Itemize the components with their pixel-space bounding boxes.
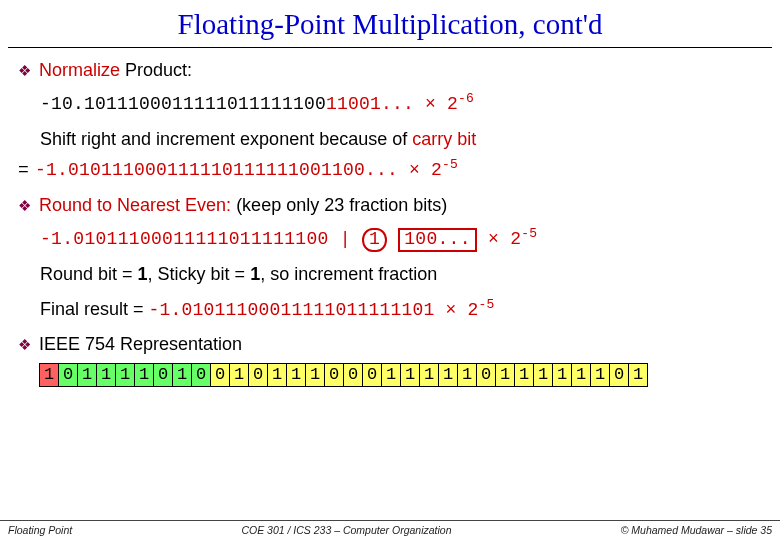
ieee-bit: 1 xyxy=(419,363,439,387)
product-expression-2: = -1.010111000111110111111001100... × 2-… xyxy=(18,155,762,185)
ieee-bit: 1 xyxy=(438,363,458,387)
round-sticky-note: Round bit = 1, Sticky bit = 1, so increm… xyxy=(40,260,762,289)
sticky-bits-box: 100... xyxy=(398,228,477,252)
ieee-bit: 1 xyxy=(172,363,192,387)
ieee-bit: 1 xyxy=(552,363,572,387)
bullet-ieee: ❖ IEEE 754 Representation xyxy=(18,330,762,359)
ieee-bit: 1 xyxy=(628,363,648,387)
rounding-expression: -1.01011100011111011111100 | 1 100... × … xyxy=(40,224,762,254)
shift-note: Shift right and increment exponent becau… xyxy=(40,125,762,154)
ieee-bit: 0 xyxy=(248,363,268,387)
ieee-bit: 1 xyxy=(77,363,97,387)
diamond-icon: ❖ xyxy=(18,59,31,83)
normalize-word: Normalize xyxy=(39,60,125,80)
product-expression-1: -10.101110001111101111110011001... × 2-6 xyxy=(40,89,762,119)
slide-title: Floating-Point Multiplication, cont'd xyxy=(8,0,772,48)
ieee-bit: 1 xyxy=(134,363,154,387)
ieee-bit: 1 xyxy=(381,363,401,387)
ieee-bit: 1 xyxy=(267,363,287,387)
ieee-bit: 0 xyxy=(210,363,230,387)
ieee-bit: 0 xyxy=(476,363,496,387)
ieee-bit: 1 xyxy=(286,363,306,387)
ieee-bit: 1 xyxy=(514,363,534,387)
round-title: Round to Nearest Even: xyxy=(39,195,231,215)
ieee-bit: 1 xyxy=(495,363,515,387)
ieee-bit: 1 xyxy=(115,363,135,387)
ieee-bit: 0 xyxy=(153,363,173,387)
ieee-bit: 0 xyxy=(343,363,363,387)
ieee-bit: 1 xyxy=(229,363,249,387)
ieee-bit: 0 xyxy=(609,363,629,387)
ieee-bit: 1 xyxy=(533,363,553,387)
footer-mid: COE 301 / ICS 233 – Computer Organizatio… xyxy=(241,524,451,536)
ieee-bit: 0 xyxy=(324,363,344,387)
ieee-bit: 0 xyxy=(191,363,211,387)
bullet-round: ❖ Round to Nearest Even: (keep only 23 f… xyxy=(18,191,762,220)
ieee-bit: 1 xyxy=(457,363,477,387)
ieee-bit: 0 xyxy=(362,363,382,387)
slide-footer: Floating Point COE 301 / ICS 233 – Compu… xyxy=(0,520,780,540)
diamond-icon: ❖ xyxy=(18,333,31,357)
final-result: Final result = -1.0101110001111101111110… xyxy=(40,295,762,325)
product-word: Product: xyxy=(125,60,192,80)
round-bit-circle: 1 xyxy=(362,228,387,252)
slide-content: ❖ Normalize Product: -10.101110001111101… xyxy=(0,56,780,387)
bullet-normalize: ❖ Normalize Product: xyxy=(18,56,762,85)
ieee-754-bits: 10111101001011100011111011111101 xyxy=(40,363,762,387)
ieee-bit: 1 xyxy=(590,363,610,387)
ieee-bit: 1 xyxy=(305,363,325,387)
ieee-bit: 1 xyxy=(571,363,591,387)
ieee-bit: 1 xyxy=(96,363,116,387)
footer-right: © Muhamed Mudawar – slide 35 xyxy=(621,524,772,536)
ieee-bit: 1 xyxy=(39,363,59,387)
footer-left: Floating Point xyxy=(8,524,72,536)
ieee-bit: 0 xyxy=(58,363,78,387)
ieee-bit: 1 xyxy=(400,363,420,387)
diamond-icon: ❖ xyxy=(18,194,31,218)
